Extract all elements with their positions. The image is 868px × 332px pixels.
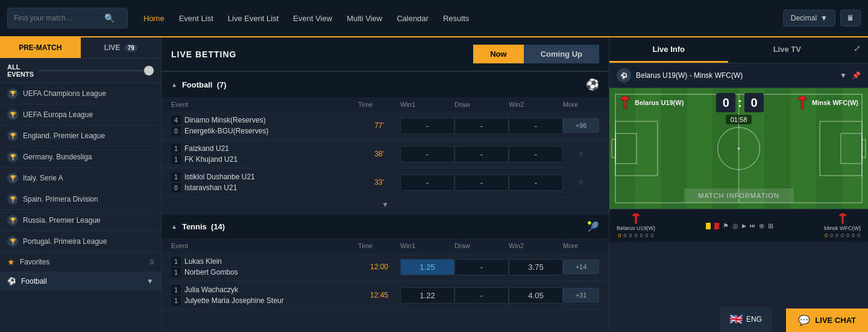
live-betting-title: LIVE BETTING xyxy=(171,49,236,59)
score-row: Belarus U19(W) 0 : 0 Minsk WFC(W) xyxy=(619,93,858,112)
tab-live-tv[interactable]: Live TV xyxy=(728,37,847,63)
match-timer: 01:58 xyxy=(726,115,752,124)
favorites-label: Favorites xyxy=(20,258,145,266)
draw-button[interactable]: - xyxy=(454,259,509,275)
lang-label: ENG xyxy=(746,315,762,324)
draw-button[interactable]: - xyxy=(454,146,509,162)
more-button[interactable]: +14 xyxy=(563,260,599,274)
nav-results[interactable]: Results xyxy=(437,10,475,27)
nav-event-list[interactable]: Event List xyxy=(173,10,219,27)
football-section-header[interactable]: ▲ Football (7) ⚽ xyxy=(162,72,609,97)
team1-name: Dinamo Minsk(Reserves) xyxy=(184,116,266,124)
nav-home[interactable]: Home xyxy=(137,10,171,27)
ucl-icon: 🏆 xyxy=(7,88,18,99)
win1-button[interactable]: 1.22 xyxy=(400,287,454,304)
portugal-label: Portugal. Primeira League xyxy=(23,237,154,246)
slider-thumb xyxy=(144,66,154,75)
decimal-select[interactable]: Decimal ▼ xyxy=(783,10,835,27)
col-more: More xyxy=(563,242,599,249)
more-button[interactable]: +31 xyxy=(563,288,599,302)
team2-display: Minsk WFC(W) xyxy=(796,96,858,109)
more-button[interactable]: +96 xyxy=(563,118,599,133)
match-selector-dropdown[interactable]: ▼ xyxy=(840,71,847,80)
match-info-button[interactable]: MATCH INFORMATION xyxy=(684,188,794,203)
win1-button[interactable]: - xyxy=(400,146,454,162)
sidebar-item-ucl[interactable]: 🏆 UEFA Champions League xyxy=(0,83,161,104)
expand-button[interactable]: ⤢ xyxy=(846,37,868,63)
tab-pre-match[interactable]: PRE-MATCH xyxy=(0,37,81,58)
football-section: ▲ Football (7) ⚽ Event Time Win1 Draw Wi… xyxy=(162,72,609,212)
calculator-button[interactable]: 🖩 xyxy=(840,10,861,27)
sidebar-item-epl[interactable]: 🏆 England. Premier League xyxy=(0,126,161,147)
sidebar-item-favorites[interactable]: ★ Favorites 0 xyxy=(0,252,161,272)
right-panel-tabs: Live Info Live TV ⤢ xyxy=(609,37,868,63)
chat-icon: 💬 xyxy=(798,314,810,326)
col-win1: Win1 xyxy=(400,101,454,108)
win2-button[interactable]: 3.75 xyxy=(509,259,563,275)
sidebar-item-portugal[interactable]: 🏆 Portugal. Primeira League xyxy=(0,231,161,252)
sidebar-item-seriea[interactable]: 🏆 Italy. Serie A xyxy=(0,168,161,189)
nav-live-event-list[interactable]: Live Event List xyxy=(222,10,285,27)
table-row: 1 Julia Wachaczyk 1 Julyette Maria Josep… xyxy=(162,281,609,310)
more-button[interactable]: 0 xyxy=(563,147,599,161)
table-row: 1 Istiklol Dushanbe U21 0 Istaravshan U2… xyxy=(162,168,609,197)
sidebar-item-primera[interactable]: 🏆 Spain. Primera Division xyxy=(0,189,161,210)
win2-button[interactable]: - xyxy=(509,118,563,134)
sidebar-item-football[interactable]: ⚽ Football ▼ xyxy=(0,272,161,291)
score-colon: : xyxy=(738,96,742,110)
next-icon: ▶ xyxy=(742,223,746,229)
event-time: 38' xyxy=(358,150,400,158)
win2-button[interactable]: - xyxy=(509,174,563,191)
stats-team2-name: Minsk WFC(W) xyxy=(824,225,861,231)
match-selector-icon: ⚽ xyxy=(617,68,631,83)
scroll-down-icon[interactable]: ▼ xyxy=(162,197,609,212)
nav-multi-view[interactable]: Multi View xyxy=(341,10,388,27)
all-events-label: ALL EVENTS xyxy=(7,63,34,78)
draw-button[interactable]: - xyxy=(454,118,509,134)
nav-event-view[interactable]: Event View xyxy=(287,10,338,27)
now-button[interactable]: Now xyxy=(473,45,523,63)
team1-name: Julia Wachaczyk xyxy=(184,286,238,294)
match-selector-name: Belarus U19(W) - Minsk WFC(W) xyxy=(636,71,835,80)
football-ball-icon: ⚽ xyxy=(586,78,599,91)
more-button[interactable]: 0 xyxy=(563,176,599,189)
win1-button[interactable]: - xyxy=(400,174,454,191)
pin-button[interactable]: 📌 xyxy=(852,71,861,80)
draw-button[interactable]: - xyxy=(454,174,509,191)
win2-button[interactable]: 4.05 xyxy=(509,287,563,304)
event-teams: 1 Istiklol Dushanbe U21 0 Istaravshan U2… xyxy=(171,172,358,193)
team1-name: Lukas Klein xyxy=(184,257,222,266)
tennis-section-header[interactable]: ▲ Tennis (14) 🎾 xyxy=(162,215,609,238)
tab-live-info[interactable]: Live Info xyxy=(609,37,728,63)
team-row-1: 1 Istiklol Dushanbe U21 xyxy=(171,172,358,182)
sidebar-item-russia[interactable]: 🏆 Russia. Premier League xyxy=(0,210,161,231)
draw-button[interactable]: - xyxy=(454,287,509,304)
col-win2: Win2 xyxy=(509,101,563,108)
live-chat-label: LIVE CHAT xyxy=(815,316,856,325)
primera-label: Spain. Primera Division xyxy=(23,195,154,203)
search-box[interactable]: 🔍 xyxy=(7,8,128,28)
tab-live[interactable]: LIVE 79 xyxy=(81,37,162,58)
flag-icon: 🇬🇧 xyxy=(729,313,743,326)
team-row-2: 0 Energetik-BGU(Reserves) xyxy=(171,126,358,136)
events-slider[interactable] xyxy=(39,69,154,72)
coming-up-button[interactable]: Coming Up xyxy=(524,45,599,63)
live-chat-button[interactable]: 💬 LIVE CHAT xyxy=(786,308,868,332)
sidebar-item-bundesliga[interactable]: 🏆 Germany. Bundesliga xyxy=(0,147,161,168)
search-input[interactable] xyxy=(14,14,104,22)
win1-button[interactable]: 1.25 xyxy=(400,259,454,275)
win1-button[interactable]: - xyxy=(400,118,454,134)
football-collapse-arrow: ▲ xyxy=(171,81,177,88)
event-time: 12:45 xyxy=(358,291,400,299)
football-collapse-icon: ▼ xyxy=(146,277,154,286)
nav-calendar[interactable]: Calendar xyxy=(391,10,435,27)
sidebar-item-uel[interactable]: 🏆 UEFA Europa League xyxy=(0,104,161,126)
shot-icon: ◎ xyxy=(732,222,738,230)
win2-button[interactable]: - xyxy=(509,146,563,162)
team-row-2: 0 Istaravshan U21 xyxy=(171,183,358,193)
language-selector[interactable]: 🇬🇧 ENG xyxy=(720,307,772,332)
col-time: Time xyxy=(358,101,400,108)
portugal-icon: 🏆 xyxy=(7,236,18,247)
stats-icons-row: ⚑ ◎ ▶ ⏭ ⊕ ⊞ xyxy=(658,222,822,230)
col-draw: Draw xyxy=(454,242,509,249)
